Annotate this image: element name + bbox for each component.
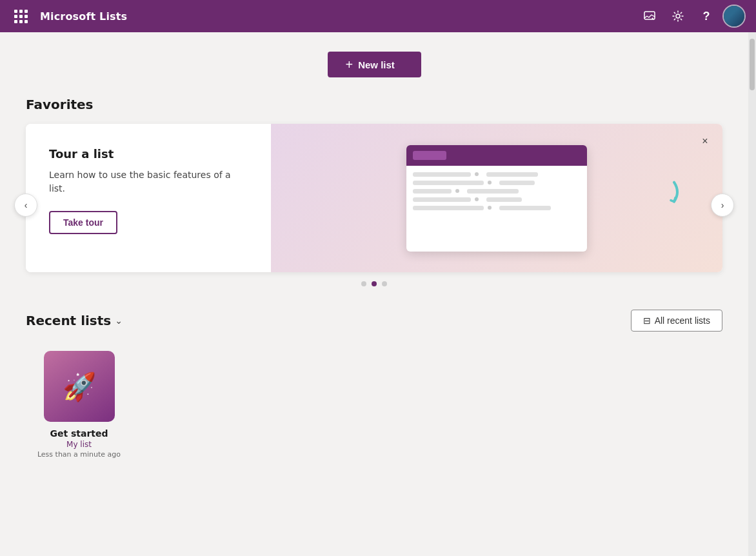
help-button[interactable]: ?	[694, 4, 719, 28]
carousel-dots	[26, 281, 722, 286]
take-tour-button[interactable]: Take tour	[49, 211, 117, 234]
filter-icon: ⊟	[643, 315, 651, 326]
favorites-heading: Favorites	[26, 97, 722, 112]
illus-body	[406, 166, 587, 221]
list-item[interactable]: 🚀 Get started My list Less than a minute…	[26, 344, 132, 465]
carousel-dot-1[interactable]	[361, 281, 366, 286]
carousel-right-panel	[271, 124, 722, 272]
waffle-icon	[14, 10, 28, 23]
carousel-dot-3[interactable]	[382, 281, 387, 286]
recent-title-group: Recent lists ⌄	[26, 313, 123, 328]
avatar[interactable]	[722, 5, 746, 28]
carousel-close-button[interactable]: ×	[695, 132, 715, 151]
carousel-card: Tour a list Learn how to use the basic f…	[26, 124, 722, 272]
settings-button[interactable]	[666, 4, 690, 28]
feedback-button[interactable]	[637, 4, 662, 28]
new-list-label: New list	[358, 59, 395, 70]
all-recent-label: All recent lists	[655, 315, 710, 326]
feedback-icon	[643, 10, 656, 23]
carousel-description: Learn how to use the basic features of a…	[49, 168, 248, 195]
recent-lists-grid: 🚀 Get started My list Less than a minute…	[26, 344, 722, 465]
illus-row-4	[413, 197, 581, 202]
list-item-owner: My list	[66, 440, 92, 449]
scrollbar-thumb[interactable]	[750, 39, 755, 90]
carousel-container: ‹ Tour a list Learn how to use the basic…	[26, 124, 722, 286]
carousel-next-icon: ›	[721, 200, 724, 210]
carousel-prev-icon: ‹	[25, 200, 28, 210]
illus-chip	[413, 151, 446, 160]
scrollbar-track[interactable]	[748, 32, 756, 556]
list-item-name: Get started	[50, 428, 108, 439]
list-item-time: Less than a minute ago	[37, 450, 121, 459]
illus-row-2	[413, 181, 581, 185]
main-area: + New list Favorites ‹ Tour a list Learn…	[0, 32, 756, 556]
new-list-container: + New list	[26, 52, 722, 77]
list-illustration	[406, 145, 587, 252]
help-icon: ?	[703, 10, 710, 23]
top-navigation: Microsoft Lists ?	[0, 0, 756, 32]
app-title: Microsoft Lists	[40, 10, 127, 23]
content-area: + New list Favorites ‹ Tour a list Learn…	[0, 32, 748, 556]
illus-header	[406, 145, 587, 166]
gear-icon	[671, 10, 684, 23]
recent-chevron-icon[interactable]: ⌄	[115, 315, 123, 326]
carousel-left-panel: Tour a list Learn how to use the basic f…	[26, 124, 271, 272]
carousel-next-button[interactable]: ›	[711, 194, 734, 217]
new-list-plus-icon: +	[346, 58, 353, 71]
illus-row-3	[413, 189, 581, 194]
avatar-image	[724, 6, 744, 26]
waffle-menu-button[interactable]	[10, 6, 31, 26]
carousel-title: Tour a list	[49, 147, 248, 161]
carousel-dot-2[interactable]	[372, 281, 377, 286]
svg-point-1	[676, 14, 680, 18]
list-item-icon: 🚀	[44, 351, 115, 422]
carousel-prev-button[interactable]: ‹	[14, 194, 37, 217]
close-icon: ×	[702, 135, 708, 147]
illus-row-5	[413, 206, 581, 210]
illus-row-1	[413, 172, 581, 177]
new-list-button[interactable]: + New list	[328, 52, 421, 77]
refresh-arrow-decoration	[639, 170, 684, 217]
all-recent-lists-button[interactable]: ⊟ All recent lists	[631, 310, 722, 332]
rocket-icon: 🚀	[63, 371, 96, 402]
recent-lists-heading: Recent lists	[26, 313, 111, 328]
take-tour-label: Take tour	[63, 217, 103, 228]
recent-lists-header: Recent lists ⌄ ⊟ All recent lists	[26, 310, 722, 332]
